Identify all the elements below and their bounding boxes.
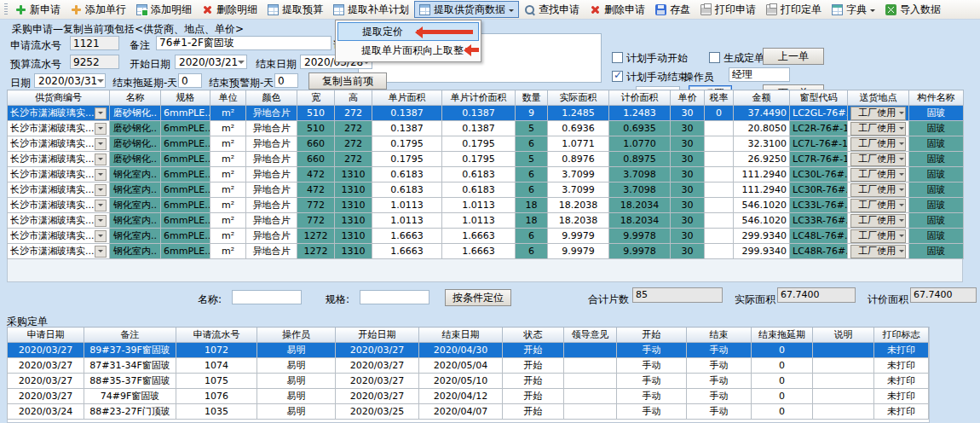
cell[interactable]: 工厂使用 [848, 106, 909, 121]
toolbar-button-11[interactable]: 打印定单 [761, 1, 827, 18]
supplier-detail-row[interactable]: 长沙市潇湘玻璃实...磨砂钢化..6mmPLE..m²异地合片6602720.1… [8, 136, 964, 152]
column-header[interactable]: 单片面积 [372, 90, 442, 106]
column-header[interactable]: 数量 [516, 90, 548, 106]
delivery-location-combo[interactable]: 工厂使用 [850, 153, 906, 166]
column-header[interactable]: 金额 [734, 90, 790, 106]
delivery-location-combo[interactable]: 工厂使用 [850, 245, 906, 258]
manual-end-checkbox[interactable]: 计划手动结束 [612, 70, 688, 84]
delivery-location-combo[interactable]: 工厂使用 [850, 214, 906, 228]
copy-current-button[interactable]: 复制当前项 [308, 72, 387, 90]
cell[interactable]: 工厂使用 [848, 167, 909, 183]
dropdown-button[interactable] [95, 169, 107, 181]
dropdown-button[interactable] [95, 200, 107, 212]
cell[interactable]: 长沙市潇湘玻璃实... [8, 152, 110, 167]
column-header[interactable]: 宽 [297, 90, 335, 106]
column-header[interactable]: 说明 [813, 327, 874, 343]
supplier-detail-row[interactable]: 长沙市潇湘玻璃实...磨砂钢化..6mmPLE..m²异地合片5102720.1… [8, 121, 964, 136]
dropdown-button[interactable] [95, 154, 107, 165]
cell[interactable]: 工厂使用 [848, 152, 909, 167]
budget-no-field[interactable] [70, 55, 119, 69]
column-header[interactable]: 开始日期 [336, 327, 419, 343]
cell[interactable]: 工厂使用 [848, 244, 909, 259]
dropdown-button[interactable] [95, 230, 107, 242]
generate-order-checkbox[interactable]: 生成定单 [709, 51, 764, 66]
column-header[interactable]: 结束日期 [419, 327, 503, 343]
apply-no-field[interactable] [70, 36, 119, 50]
supplier-detail-row[interactable]: 长沙市潇湘玻璃实...钢化室内..6mmPLE..m²异地合片127213101… [8, 244, 964, 259]
filter-spec-input[interactable] [360, 290, 429, 304]
supplier-detail-row[interactable]: 长沙市潇湘玻璃实...钢化室内..6mmPLE..m²异地合片127213101… [8, 229, 964, 244]
locate-by-condition-button[interactable]: 按条件定位 [445, 289, 511, 306]
filter-name-input[interactable] [232, 290, 302, 304]
toolbar-button-2[interactable]: 添加明细 [131, 1, 197, 18]
purchase-order-row[interactable]: 2020/03/2788#35-37F窗固玻1075易明2020/03/2720… [8, 374, 929, 389]
cell[interactable]: 工厂使用 [848, 121, 909, 136]
dropdown-button[interactable] [95, 246, 107, 258]
column-header[interactable]: 申请日期 [8, 327, 84, 343]
purchase-order-row[interactable]: 2020/03/2774#9F窗固玻1076易明2020/03/272020/0… [8, 389, 929, 404]
cell[interactable]: 长沙市潇湘玻璃实... [8, 183, 110, 198]
end-warn-field[interactable] [274, 73, 298, 88]
end-delay-field[interactable] [178, 73, 202, 88]
toolbar-button-9[interactable]: 存盘 [650, 1, 695, 18]
cell[interactable]: 工厂使用 [848, 213, 909, 229]
menu-item-0[interactable]: 提取定价 [337, 22, 479, 41]
supplier-detail-row[interactable]: 长沙市潇湘玻璃实...钢化室内..6mmPLE..m²异地合片77213101.… [8, 213, 964, 229]
cell[interactable]: 长沙市潇湘玻璃实... [8, 106, 110, 121]
dropdown-button[interactable] [95, 107, 107, 119]
cell[interactable]: 长沙市潇湘玻璃实... [8, 167, 110, 183]
column-header[interactable]: 结束 [687, 327, 752, 343]
column-header[interactable]: 单位 [210, 90, 246, 106]
column-header[interactable]: 结束拖延期 [752, 327, 813, 343]
supplier-detail-row[interactable]: 长沙市潇湘玻璃实...钢化室内..6mmPLE..m²异地合片77213101.… [8, 198, 964, 213]
dropdown-button[interactable] [95, 138, 107, 150]
supplier-detail-row[interactable]: 长沙市潇湘玻璃实...磨砂钢化..6mmPLE..m²异地合片6602720.1… [8, 152, 964, 167]
column-header[interactable]: 操作员 [257, 327, 336, 343]
column-header[interactable]: 高 [335, 90, 372, 106]
cell[interactable]: 长沙市潇湘玻璃实... [8, 213, 110, 229]
column-header[interactable]: 颜色 [246, 90, 297, 106]
cell[interactable]: 长沙市潇湘玻璃实... [8, 136, 110, 152]
toolbar-button-7[interactable]: 查找申请 [519, 1, 585, 18]
operator-field[interactable] [729, 67, 790, 82]
cell[interactable]: 工厂使用 [848, 183, 909, 198]
column-header[interactable]: 领导意见 [564, 327, 617, 343]
toolbar-button-5[interactable]: 提取补单计划 [328, 1, 414, 18]
dropdown-button[interactable] [95, 184, 107, 196]
cell[interactable]: 工厂使用 [848, 229, 909, 244]
delivery-location-combo[interactable]: 工厂使用 [850, 137, 906, 151]
toolbar-button-1[interactable]: 添加单行 [66, 1, 131, 18]
toolbar-grip-handle[interactable] [4, 3, 8, 16]
supplier-detail-row[interactable]: 长沙市潇湘玻璃实...钢化室内..6mmPLE..m²异地合片47213100.… [8, 183, 964, 198]
toolbar-button-3[interactable]: 删除明细 [197, 1, 262, 18]
previous-order-button[interactable]: 上一单 [763, 48, 824, 65]
column-header[interactable]: 送货地点 [848, 90, 909, 106]
menu-item-1[interactable]: 提取单片面积向上取整 [337, 41, 479, 60]
delivery-location-combo[interactable]: 工厂使用 [850, 168, 906, 182]
column-header[interactable]: 计价面积 [609, 90, 671, 106]
toolbar-button-10[interactable]: 打印申请 [695, 1, 761, 18]
column-header[interactable]: 备注 [84, 327, 176, 343]
column-header[interactable]: 实际面积 [548, 90, 609, 106]
column-header[interactable]: 打印标志 [874, 327, 929, 343]
checkbox-unchecked[interactable] [612, 52, 623, 63]
start-date-combo[interactable]: 2020/03/21 [175, 55, 247, 69]
column-header[interactable]: 状态 [503, 327, 564, 343]
dropdown-button[interactable] [95, 215, 107, 227]
manual-start-checkbox[interactable]: 计划手动开始 [612, 51, 688, 66]
checkbox-unchecked[interactable] [709, 52, 720, 63]
toolbar-button-0[interactable]: 新申请 [10, 1, 66, 18]
cell[interactable]: 长沙市潇湘玻璃实... [8, 229, 110, 244]
toolbar-button-8[interactable]: 删除申请 [585, 1, 650, 18]
toolbar-button-13[interactable]: 导入数据 [880, 1, 946, 18]
toolbar-button-4[interactable]: 提取预算 [262, 1, 328, 18]
delivery-location-combo[interactable]: 工厂使用 [850, 229, 906, 243]
column-header[interactable]: 供货商编号 [8, 90, 110, 106]
column-header[interactable]: 开始 [617, 327, 687, 343]
delivery-location-combo[interactable]: 工厂使用 [850, 122, 906, 136]
cell[interactable]: 长沙市潇湘玻璃实... [8, 121, 110, 136]
column-header[interactable]: 单片计价面积 [442, 90, 516, 106]
delivery-location-combo[interactable]: 工厂使用 [850, 107, 906, 120]
date-combo[interactable]: 2020/03/31 [34, 73, 106, 88]
purchase-order-row[interactable]: 2020/03/2789#37-39F窗固玻1072易明2020/03/2720… [8, 343, 929, 358]
